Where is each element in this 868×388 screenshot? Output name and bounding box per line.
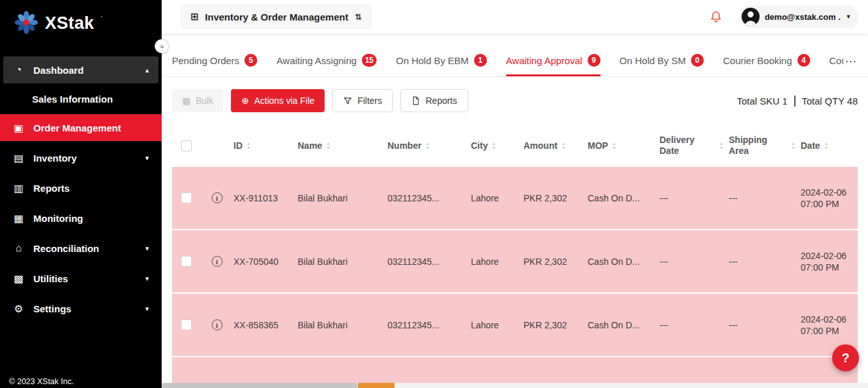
- filters-button[interactable]: Filters: [332, 89, 393, 112]
- sidebar-nav: ◔Dashboard▴Sales Information▣Order Manag…: [0, 56, 162, 322]
- tab-courier-booking[interactable]: Courier Booking4: [723, 46, 810, 76]
- sidebar-item-settings[interactable]: ⚙Settings▾: [0, 295, 162, 322]
- help-button[interactable]: ?: [832, 344, 859, 371]
- column-header-label: City: [471, 140, 488, 151]
- sort-up-icon: ▲: [561, 141, 566, 146]
- tab-pending-orders[interactable]: Pending Orders5: [172, 46, 257, 76]
- scrollbar-marker: [358, 383, 395, 388]
- info-icon[interactable]: i: [212, 319, 223, 330]
- row-info-cell: i: [200, 256, 234, 267]
- order-management-icon: ▣: [13, 122, 24, 134]
- sort-up-icon: ▲: [491, 141, 496, 146]
- column-header-id: ID▲▼: [234, 140, 298, 151]
- user-menu[interactable]: demo@xstak.com . ▼: [739, 5, 859, 28]
- table-row[interactable]: iXX-858365Bilal Bukhari032112345...Lahor…: [172, 294, 858, 357]
- sort-down-icon: ▼: [425, 146, 430, 150]
- sidebar-item-inventory[interactable]: ▤Inventory▾: [0, 144, 162, 171]
- row-checkbox[interactable]: [181, 319, 192, 330]
- bulk-button[interactable]: ▦ Bulk: [172, 89, 223, 112]
- tab-awaiting-assigning[interactable]: Awaiting Assigning15: [277, 46, 377, 76]
- sort-up-icon: ▲: [425, 141, 430, 146]
- horizontal-scrollbar[interactable]: [162, 383, 868, 388]
- table-row[interactable]: iXX-705040Bilal Bukhari032112345...Lahor…: [172, 230, 858, 294]
- target-icon: ⊕: [241, 96, 249, 106]
- sidebar-item-reports[interactable]: ▥Reports: [0, 174, 162, 201]
- filters-label: Filters: [357, 96, 382, 106]
- sidebar-item-label: Settings: [33, 303, 71, 314]
- totals: Total SKU 1 Total QTY 48: [737, 96, 858, 106]
- column-header-delivery_date: Delivery Date▲▼: [660, 135, 729, 156]
- cell-mop: Cash On D...: [588, 192, 660, 204]
- brand[interactable]: XStak ·: [0, 0, 162, 41]
- tab-label: Courier Proc: [830, 55, 844, 66]
- cell-city: Lahore: [471, 256, 523, 267]
- select-all-checkbox[interactable]: [181, 140, 192, 151]
- row-checkbox[interactable]: [181, 256, 192, 267]
- toolbar: ▦ Bulk ⊕ Actions via File Filters: [162, 77, 868, 124]
- sidebar-item-sales-information[interactable]: Sales Information: [0, 87, 162, 111]
- brand-trademark: ·: [101, 10, 103, 22]
- tab-label: Courier Booking: [723, 55, 792, 66]
- tab-count-badge: 0: [691, 54, 704, 67]
- sidebar-item-utilities[interactable]: ▩Utilities▾: [0, 265, 162, 292]
- sort-down-icon: ▼: [491, 146, 496, 150]
- sidebar-item-monitoring[interactable]: ▦Monitoring: [0, 205, 162, 232]
- sort-up-icon: ▲: [612, 141, 617, 146]
- info-icon[interactable]: i: [212, 256, 223, 267]
- tabs-overflow-button[interactable]: ⋯: [844, 46, 858, 76]
- total-qty: Total QTY 48: [802, 96, 858, 106]
- cell-id: XX-911013: [234, 192, 298, 204]
- tab-awaiting-approval[interactable]: Awaiting Approval9: [506, 46, 600, 76]
- cell-number: 032112345...: [387, 192, 471, 204]
- cell-delivery_date: ---: [660, 192, 729, 204]
- sort-down-icon: ▼: [719, 146, 724, 150]
- chevron-down-icon: ▾: [145, 244, 149, 253]
- sort-icon[interactable]: ▲▼: [612, 141, 617, 150]
- sort-up-icon: ▲: [326, 141, 330, 146]
- cell-name: Bilal Bukhari: [298, 319, 387, 331]
- cell-city: Lahore: [471, 319, 523, 331]
- tab-courier-proc[interactable]: Courier Proc: [830, 46, 844, 76]
- tab-on-hold-by-ebm[interactable]: On Hold By EBM1: [396, 46, 486, 76]
- sort-icon[interactable]: ▲▼: [425, 141, 430, 150]
- notifications-bell-icon[interactable]: [710, 10, 722, 23]
- reports-button[interactable]: Reports: [400, 89, 468, 112]
- app-switcher[interactable]: ⊞ Inventory & Order Management ⇅: [181, 4, 371, 29]
- sort-icon[interactable]: ▲▼: [791, 141, 796, 150]
- sidebar-item-order-management[interactable]: ▣Order Management: [0, 114, 162, 141]
- tab-on-hold-by-sm[interactable]: On Hold By SM0: [620, 46, 704, 76]
- tab-label: On Hold By SM: [620, 55, 686, 66]
- sort-icon[interactable]: ▲▼: [246, 141, 251, 150]
- row-checkbox[interactable]: [181, 192, 192, 203]
- table-header-row: ID▲▼Name▲▼Number▲▼City▲▼Amount▲▼MOP▲▼Del…: [172, 124, 858, 167]
- column-header-label: Amount: [523, 140, 557, 151]
- sort-up-icon: ▲: [824, 141, 828, 146]
- sort-icon[interactable]: ▲▼: [561, 141, 566, 150]
- column-header-label: Date: [801, 140, 820, 151]
- sort-up-icon: ▲: [791, 141, 796, 146]
- sidebar: XStak · ◔Dashboard▴Sales Information▣Ord…: [0, 0, 162, 388]
- sort-icon[interactable]: ▲▼: [326, 141, 330, 150]
- scrollbar-thumb[interactable]: [162, 383, 358, 388]
- sidebar-item-label: Reconciliation: [33, 243, 99, 254]
- sidebar-item-reconciliation[interactable]: ⌂Reconciliation▾: [0, 235, 162, 262]
- xstak-logo-icon: [14, 10, 38, 37]
- info-icon[interactable]: i: [212, 192, 223, 203]
- sidebar-item-label: Monitoring: [33, 213, 83, 224]
- cell-name: Bilal Bukhari: [298, 192, 387, 204]
- reports-label: Reports: [425, 96, 457, 106]
- sort-down-icon: ▼: [824, 146, 828, 150]
- sort-icon[interactable]: ▲▼: [491, 141, 496, 150]
- sidebar-item-dashboard[interactable]: ◔Dashboard▴: [3, 56, 158, 83]
- sidebar-collapse-button[interactable]: ‹›: [155, 39, 169, 53]
- sort-icon[interactable]: ▲▼: [719, 141, 724, 150]
- brand-name: XStak: [45, 10, 94, 36]
- sort-down-icon: ▼: [791, 146, 796, 150]
- column-header-label: Shipping Area: [729, 135, 787, 156]
- sort-icon[interactable]: ▲▼: [824, 141, 828, 150]
- column-header-shipping_area: Shipping Area▲▼: [729, 135, 801, 156]
- actions-via-file-button[interactable]: ⊕ Actions via File: [231, 89, 325, 112]
- table-row[interactable]: iXX-911013Bilal Bukhari032112345...Lahor…: [172, 167, 858, 230]
- row-info-cell: i: [200, 319, 234, 330]
- monitoring-icon: ▦: [13, 212, 24, 224]
